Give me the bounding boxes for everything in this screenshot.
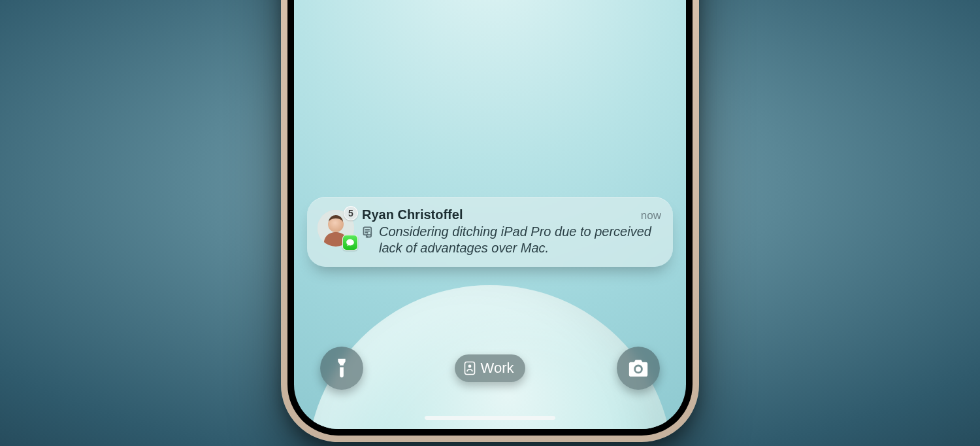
camera-button[interactable]: [617, 347, 660, 390]
notification-time: now: [641, 209, 661, 222]
notification-count: 5: [348, 208, 353, 218]
focus-mode-pill[interactable]: Work: [455, 354, 526, 382]
camera-icon: [627, 357, 649, 379]
badge-id-icon: [464, 361, 476, 375]
notification-avatar: 5: [318, 210, 354, 247]
notification-count-badge: 5: [344, 206, 358, 220]
summary-icon: [362, 226, 375, 239]
notification-sender: Ryan Christoffel: [362, 207, 463, 222]
notification-body: Ryan Christoffel now Considering ditchin…: [362, 207, 661, 256]
notification-card[interactable]: 5 Ryan Christoffel now: [307, 197, 673, 267]
svg-point-4: [468, 365, 471, 368]
home-indicator[interactable]: [425, 416, 555, 420]
flashlight-icon: [331, 357, 353, 379]
svg-rect-3: [465, 362, 474, 375]
focus-mode-label: Work: [481, 360, 514, 377]
iphone-frame: 5 Ryan Christoffel now: [281, 0, 699, 442]
notification-summary: Considering ditching iPad Pro due to per…: [379, 224, 661, 256]
flashlight-button[interactable]: [320, 347, 363, 390]
messages-app-badge: [342, 235, 358, 250]
lockscreen-bottom-row: Work: [294, 347, 686, 390]
lock-screen: 5 Ryan Christoffel now: [294, 0, 686, 429]
